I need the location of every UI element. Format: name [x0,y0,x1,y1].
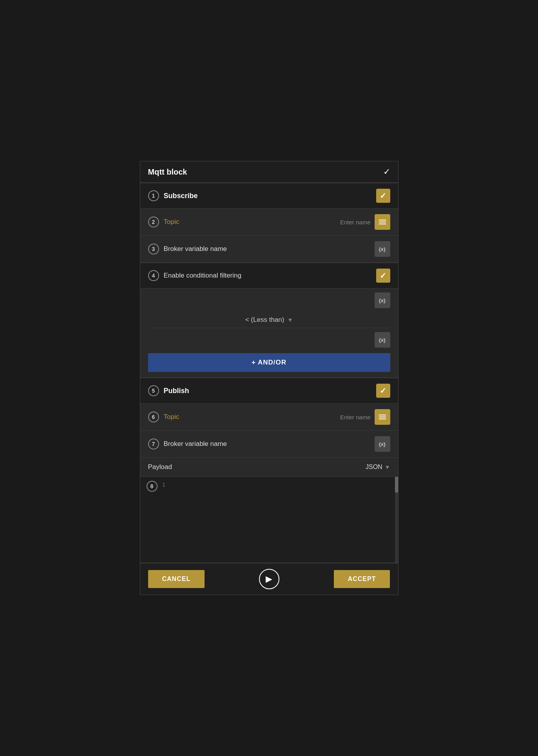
list-icon-2 [379,415,386,419]
and-or-button[interactable]: + AND/OR [148,353,390,372]
subscribe-label: Subscribe [164,192,198,200]
broker-subscribe-row: 3 Broker variable name {x} [140,236,398,263]
filter-var-bottom-btn[interactable]: {x} [375,332,390,348]
filter-operator-row: < (Less than) ▼ [148,312,390,328]
filter-operator-label: < (Less than) [245,316,284,324]
topic-subscribe-right: Enter name [340,214,390,230]
filter-var-bottom-icon: {x} [379,337,386,343]
step-8-circle: 8 [147,481,158,492]
step-7-circle: 7 [148,438,159,449]
topic-publish-row: 6 Topic Enter name [140,404,398,431]
publish-label: Publish [164,387,189,395]
step-5-circle: 5 [148,385,159,396]
topic-subscribe-label: Topic [164,218,179,226]
conditional-left: 4 Enable conditional filtering [148,270,241,281]
step-3-circle: 3 [148,244,159,254]
topic-publish-label: Topic [164,413,179,421]
payload-dropdown-arrow-icon: ▼ [385,464,390,470]
broker-subscribe-left: 3 Broker variable name [148,244,227,254]
publish-left: 5 Publish [148,385,189,396]
subscribe-section-header: 1 Subscribe ✓ [140,183,398,209]
payload-type-label: JSON [366,464,382,471]
dialog-title: Mqtt block [148,168,187,177]
topic-publish-list-btn[interactable] [375,409,390,425]
broker-publish-var-btn[interactable]: {x} [375,436,390,452]
conditional-row: 4 Enable conditional filtering ✓ [140,263,398,289]
subscribe-checkbox[interactable]: ✓ [376,189,390,203]
topic-subscribe-row: 2 Topic Enter name [140,209,398,236]
broker-publish-left: 7 Broker variable name [148,438,227,449]
broker-publish-label: Broker variable name [164,440,227,448]
publish-section-header: 5 Publish ✓ [140,378,398,404]
publish-checkmark-icon: ✓ [380,386,386,395]
broker-subscribe-var-icon: {x} [379,246,386,252]
broker-subscribe-var-btn[interactable]: {x} [375,241,390,257]
step-1-circle: 1 [148,190,159,201]
close-icon[interactable]: ✓ [383,167,390,177]
conditional-label: Enable conditional filtering [164,272,241,280]
topic-publish-placeholder: Enter name [340,414,371,420]
cancel-button[interactable]: CANCEL [148,570,205,588]
step-6-circle: 6 [148,411,159,422]
dialog-header: Mqtt block ✓ [140,161,398,183]
filter-operator-dropdown[interactable]: < (Less than) ▼ [245,316,293,324]
code-editor-section: 8 1 [140,477,398,563]
accept-button[interactable]: ACCEPT [334,570,390,588]
list-icon [379,220,386,224]
payload-label: Payload [148,463,172,471]
dropdown-arrow-icon: ▼ [287,317,293,323]
scrollbar-thumb[interactable] [395,477,398,493]
topic-subscribe-list-btn[interactable] [375,214,390,230]
play-icon: ▶ [266,574,272,584]
mqtt-dialog: Mqtt block ✓ 1 Subscribe ✓ 2 Topic Enter… [140,161,399,595]
broker-publish-var-icon: {x} [379,441,386,447]
publish-checkbox[interactable]: ✓ [376,384,390,398]
filter-var-bottom-row: {x} [148,332,390,348]
conditional-checkmark-icon: ✓ [380,271,386,280]
broker-subscribe-label: Broker variable name [164,245,227,253]
step-2-circle: 2 [148,217,159,227]
broker-publish-row: 7 Broker variable name {x} [140,431,398,458]
play-button[interactable]: ▶ [259,569,279,589]
filter-section: {x} < (Less than) ▼ {x} + AND/OR [140,289,398,378]
step-4-circle: 4 [148,270,159,281]
filter-var-top-btn[interactable]: {x} [375,292,390,308]
payload-right: JSON ▼ [366,464,390,471]
filter-var-top-icon: {x} [379,298,386,303]
line-number: 1 [162,481,165,488]
filter-var-top-row: {x} [148,292,390,308]
topic-subscribe-left: 2 Topic [148,217,179,227]
code-editor-header: 8 1 [140,477,398,496]
topic-subscribe-placeholder: Enter name [340,219,371,226]
payload-row: Payload JSON ▼ [140,458,398,477]
topic-publish-right: Enter name [340,409,390,425]
checkmark-icon: ✓ [380,191,386,200]
topic-publish-left: 6 Topic [148,411,179,422]
conditional-checkbox[interactable]: ✓ [376,269,390,283]
bottom-bar: CANCEL ▶ ACCEPT [140,563,398,595]
subscribe-left: 1 Subscribe [148,190,198,201]
